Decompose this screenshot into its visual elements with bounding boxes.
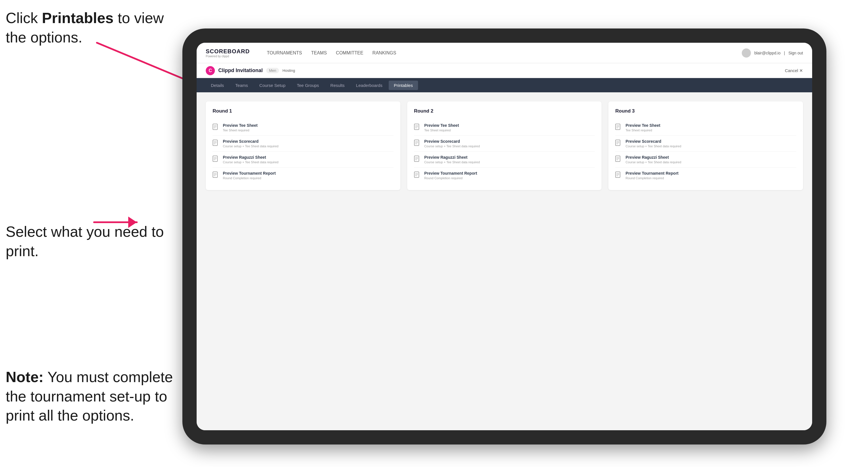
main-content: Round 1 Preview Tee Sheet	[197, 92, 812, 430]
tab-leaderboards[interactable]: Leaderboards	[351, 81, 388, 90]
round-2-section: Round 2 Preview Tee Sheet Tee Sheet requ…	[407, 101, 602, 190]
round-1-tee-sheet-title: Preview Tee Sheet	[223, 123, 258, 128]
round-1-scorecard-subtitle: Course setup + Tee Sheet data required	[223, 145, 278, 148]
round-2-tee-sheet-icon	[414, 124, 421, 132]
tablet-screen: SCOREBOARD Powered by clippd TOURNAMENTS…	[197, 43, 812, 430]
tab-printables[interactable]: Printables	[389, 81, 418, 90]
top-nav-right: blair@clippd.io | Sign out	[742, 49, 803, 58]
round-3-title: Round 3	[615, 108, 796, 114]
round-1-tee-sheet-text: Preview Tee Sheet Tee Sheet required	[223, 123, 258, 132]
tab-course-setup[interactable]: Course Setup	[254, 81, 291, 90]
nav-item-tournaments[interactable]: TOURNAMENTS	[267, 49, 302, 57]
app-logo-subtitle: Powered by clippd	[206, 55, 250, 58]
top-nav-items: TOURNAMENTS TEAMS COMMITTEE RANKINGS	[267, 49, 730, 57]
round-1-tournament-report[interactable]: Preview Tournament Report Round Completi…	[213, 167, 394, 183]
round-2-raguzzi-icon	[414, 156, 421, 163]
app-logo: SCOREBOARD Powered by clippd	[206, 48, 250, 58]
round-2-scorecard[interactable]: Preview Scorecard Course setup + Tee She…	[414, 136, 595, 152]
scorecard-icon	[213, 139, 219, 148]
tab-details[interactable]: Details	[206, 81, 229, 90]
round-3-tournament-report-icon	[615, 172, 622, 180]
round-2-tee-sheet[interactable]: Preview Tee Sheet Tee Sheet required	[414, 120, 595, 136]
round-1-raguzzi-title: Preview Raguzzi Sheet	[223, 155, 278, 160]
round-2-tournament-report[interactable]: Preview Tournament Report Round Completi…	[414, 167, 595, 183]
tournament-bar: C Clippd Invitational Men Hosting Cancel…	[197, 63, 812, 78]
nav-item-teams[interactable]: TEAMS	[311, 49, 327, 57]
tournament-info: C Clippd Invitational Men Hosting	[206, 66, 295, 75]
round-3-raguzzi-icon	[615, 156, 622, 163]
rounds-grid: Round 1 Preview Tee Sheet	[206, 101, 803, 190]
round-1-scorecard-text: Preview Scorecard Course setup + Tee She…	[223, 139, 278, 148]
round-1-scorecard-title: Preview Scorecard	[223, 139, 278, 144]
tournament-name: Clippd Invitational	[218, 67, 263, 73]
tablet-frame: SCOREBOARD Powered by clippd TOURNAMENTS…	[182, 29, 827, 444]
close-icon: ✕	[799, 68, 803, 73]
app-logo-title: SCOREBOARD	[206, 48, 250, 55]
annotation-printables-bold: Printables	[42, 10, 114, 26]
round-3-section: Round 3 Preview Tee Sheet Tee Sheet requ…	[609, 101, 803, 190]
nav-item-committee[interactable]: COMMITTEE	[336, 49, 363, 57]
round-3-tee-sheet[interactable]: Preview Tee Sheet Tee Sheet required	[615, 120, 796, 136]
tee-sheet-icon	[213, 124, 219, 132]
top-nav: SCOREBOARD Powered by clippd TOURNAMENTS…	[197, 43, 812, 63]
sub-nav: Details Teams Course Setup Tee Groups Re…	[197, 78, 812, 92]
round-2-title: Round 2	[414, 108, 595, 114]
tournament-status: Hosting	[282, 68, 295, 73]
cancel-button[interactable]: Cancel ✕	[785, 68, 803, 73]
round-2-raguzzi[interactable]: Preview Raguzzi Sheet Course setup + Tee…	[414, 152, 595, 167]
round-2-scorecard-icon	[414, 139, 421, 148]
tournament-badge: Men	[266, 68, 279, 73]
tab-results[interactable]: Results	[325, 81, 350, 90]
round-1-tee-sheet-subtitle: Tee Sheet required	[223, 128, 258, 132]
round-1-scorecard[interactable]: Preview Scorecard Course setup + Tee She…	[213, 136, 394, 152]
user-email: blair@clippd.io	[754, 51, 780, 55]
svg-marker-3	[128, 217, 137, 228]
sign-out-link[interactable]: Sign out	[788, 51, 803, 55]
round-1-section: Round 1 Preview Tee Sheet	[206, 101, 400, 190]
separator: |	[784, 51, 785, 55]
round-1-tee-sheet[interactable]: Preview Tee Sheet Tee Sheet required	[213, 120, 394, 136]
round-1-title: Round 1	[213, 108, 394, 114]
arrow-select	[91, 199, 148, 256]
round-1-tournament-report-title: Preview Tournament Report	[223, 171, 276, 176]
user-avatar	[742, 49, 751, 58]
round-2-tournament-report-icon	[414, 172, 421, 180]
round-3-tee-sheet-icon	[615, 124, 622, 132]
round-3-raguzzi[interactable]: Preview Raguzzi Sheet Course setup + Tee…	[615, 152, 796, 167]
nav-item-rankings[interactable]: RANKINGS	[372, 49, 396, 57]
tournament-logo: C	[206, 66, 215, 75]
round-3-tournament-report[interactable]: Preview Tournament Report Round Completi…	[615, 167, 796, 183]
annotation-bottom: Note: You must complete the tournament s…	[6, 368, 177, 426]
round-1-raguzzi[interactable]: Preview Raguzzi Sheet Course setup + Tee…	[213, 152, 394, 167]
tab-tee-groups[interactable]: Tee Groups	[292, 81, 324, 90]
round-1-tournament-report-subtitle: Round Completion required	[223, 176, 276, 180]
round-1-tournament-report-text: Preview Tournament Report Round Completi…	[223, 171, 276, 180]
tab-teams[interactable]: Teams	[230, 81, 253, 90]
raguzzi-icon	[213, 156, 219, 163]
annotation-note-bold: Note:	[6, 369, 43, 385]
tournament-report-icon	[213, 172, 219, 180]
round-3-scorecard-icon	[615, 139, 622, 148]
round-3-scorecard[interactable]: Preview Scorecard Course setup + Tee She…	[615, 136, 796, 152]
round-1-raguzzi-text: Preview Raguzzi Sheet Course setup + Tee…	[223, 155, 278, 164]
round-1-raguzzi-subtitle: Course setup + Tee Sheet data required	[223, 160, 278, 164]
